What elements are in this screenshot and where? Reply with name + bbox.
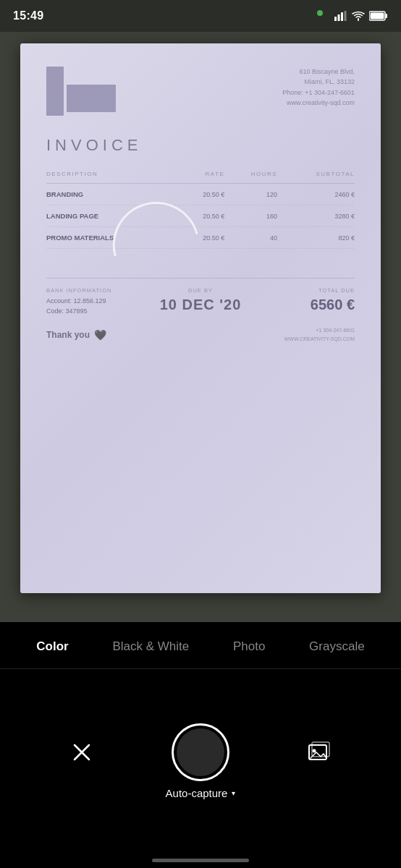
filter-color[interactable]: Color [30, 637, 74, 657]
item-hours: 120 [224, 184, 277, 205]
footer-contact: +1 304-247-6601 WWW.CREATIVITY-SQD.COM [284, 326, 355, 344]
status-time: 15:49 [13, 9, 43, 22]
camera-controls: Auto-capture ▾ [0, 669, 401, 868]
close-icon [72, 742, 92, 762]
item-rate: 20.50 € [181, 184, 224, 205]
item-hours: 160 [224, 205, 277, 227]
item-subtotal: 820 € [277, 227, 355, 249]
document-footer: BANK INFORMATION Account: 12.856.129 Cod… [46, 278, 355, 344]
footer-grid: BANK INFORMATION Account: 12.856.129 Cod… [46, 287, 355, 316]
col-header-rate: RATE [181, 171, 224, 184]
shutter-inner [177, 728, 224, 776]
item-rate: 20.50 € [181, 205, 224, 227]
svg-rect-0 [334, 17, 337, 21]
invoice-title: INVOICE [46, 136, 355, 155]
bank-info-section: BANK INFORMATION Account: 12.856.129 Cod… [46, 287, 145, 316]
bank-info-label: BANK INFORMATION [46, 287, 145, 294]
thank-you-row: Thank you 🖤 +1 304-247-6601 WWW.CREATIVI… [46, 326, 355, 344]
wifi-icon [352, 11, 365, 21]
auto-capture-text: Auto-capture [166, 787, 228, 799]
filter-grayscale[interactable]: Grayscale [303, 637, 371, 657]
auto-capture-label[interactable]: Auto-capture ▾ [166, 787, 236, 799]
svg-rect-3 [345, 11, 347, 21]
status-icons [334, 11, 388, 21]
bottom-toolbar: Color Black & White Photo Grayscale [0, 622, 401, 868]
total-due-section: TOTAL DUE 6560 € [256, 287, 355, 313]
svg-point-11 [313, 749, 316, 753]
due-date: 10 DEC '20 [151, 297, 250, 313]
company-website: www.creativity-sqd.com [282, 98, 355, 108]
account-code: Code: 347895 [46, 307, 145, 317]
notification-dot [317, 10, 323, 16]
filter-photo[interactable]: Photo [227, 637, 271, 657]
cancel-button[interactable] [66, 736, 98, 768]
col-header-subtotal: SUBTOTAL [277, 171, 355, 184]
item-rate: 20.50 € [181, 227, 224, 249]
invoice-row: PROMO MATERIALS 20.50 € 40 820 € [46, 227, 355, 249]
svg-rect-2 [341, 12, 343, 21]
gallery-icon [306, 741, 332, 764]
invoice-table: DESCRIPTION RATE HOURS SUBTOTAL BRANDING… [46, 171, 355, 249]
svg-rect-5 [386, 14, 388, 18]
item-description: BRANDING [46, 184, 181, 205]
contact-phone: +1 304-247-6601 [284, 326, 355, 335]
logo-rect-wide [67, 85, 116, 112]
item-subtotal: 3280 € [277, 205, 355, 227]
due-by-section: DUE BY 10 DEC '20 [151, 287, 250, 313]
scanned-document: 610 Biscayne Blvd, Miami, FL, 33132 Phon… [20, 43, 381, 593]
company-info: 610 Biscayne Blvd, Miami, FL, 33132 Phon… [282, 67, 355, 109]
shutter-button[interactable] [172, 723, 229, 781]
total-due-amount: 6560 € [256, 297, 355, 313]
gallery-button[interactable] [303, 736, 335, 768]
invoice-row: BRANDING 20.50 € 120 2460 € [46, 184, 355, 205]
invoice-row: LANDING PAGE 20.50 € 160 3280 € [46, 205, 355, 227]
company-logo [46, 67, 116, 116]
total-due-label: TOTAL DUE [256, 287, 355, 294]
company-phone: Phone: +1 304-247-6601 [282, 88, 355, 98]
item-description: LANDING PAGE [46, 205, 181, 227]
svg-rect-1 [338, 14, 340, 21]
item-description: PROMO MATERIALS [46, 227, 181, 249]
home-indicator [152, 859, 249, 862]
item-hours: 40 [224, 227, 277, 249]
due-by-label: DUE BY [151, 287, 250, 294]
document-header: 610 Biscayne Blvd, Miami, FL, 33132 Phon… [46, 67, 355, 116]
item-subtotal: 2460 € [277, 184, 355, 205]
controls-row [0, 723, 401, 781]
thank-you-text: Thank you 🖤 [46, 329, 106, 341]
signal-icon [334, 11, 347, 21]
col-header-hours: HOURS [224, 171, 277, 184]
account-number: Account: 12.856.129 [46, 297, 145, 307]
battery-icon [369, 11, 388, 21]
col-header-description: DESCRIPTION [46, 171, 181, 184]
logo-rect-tall [46, 67, 64, 116]
contact-website: WWW.CREATIVITY-SQD.COM [284, 335, 355, 344]
company-address: 610 Biscayne Blvd, [282, 67, 355, 77]
filter-black-white[interactable]: Black & White [106, 637, 195, 657]
filter-options[interactable]: Color Black & White Photo Grayscale [0, 622, 401, 669]
company-city: Miami, FL, 33132 [282, 77, 355, 87]
heart-icon: 🖤 [94, 329, 106, 341]
svg-rect-6 [371, 13, 384, 20]
chevron-down-icon: ▾ [232, 789, 235, 797]
status-bar: 15:49 [0, 0, 401, 32]
